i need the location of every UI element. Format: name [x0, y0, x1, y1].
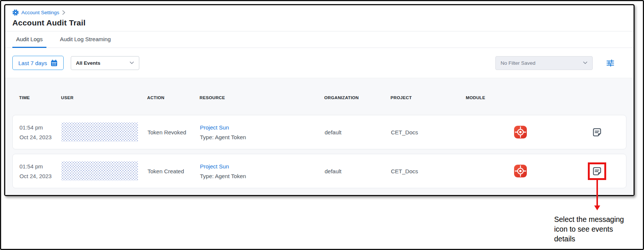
saved-filter-value: No Filter Saved	[501, 60, 535, 66]
calendar-icon	[51, 60, 58, 67]
filter-settings-button[interactable]	[606, 59, 614, 67]
tab-audit-log-streaming[interactable]: Audit Log Streaming	[56, 31, 115, 48]
user-cell	[61, 161, 148, 181]
organization-cell: default	[325, 168, 391, 174]
resource-cell: Project Sun Type: Agent Token	[200, 124, 325, 140]
project-cell: CET_Docs	[391, 129, 466, 135]
resource-link[interactable]: Project Sun	[200, 163, 325, 170]
saved-filter-dropdown[interactable]: No Filter Saved	[495, 56, 593, 70]
audit-log-table: TIME USER ACTION RESOURCE ORGANIZATION P…	[5, 78, 634, 195]
action-cell: Token Revoked	[148, 129, 200, 135]
chevron-right-icon	[62, 10, 66, 15]
table-row: 01:54 pm Oct 24, 2023 Token Revoked Proj…	[12, 115, 626, 149]
page-title: Account Audit Trail	[12, 18, 626, 27]
resource-cell: Project Sun Type: Agent Token	[200, 163, 325, 179]
chevron-down-icon	[583, 61, 587, 64]
resource-type: Type: Agent Token	[200, 134, 325, 140]
annotation-arrow-head	[594, 205, 600, 210]
chevron-down-icon	[130, 61, 134, 64]
message-note-icon[interactable]	[592, 127, 602, 137]
event-date: Oct 24, 2023	[19, 134, 61, 140]
screenshot-frame: Account Settings Account Audit Trail Aud…	[0, 0, 644, 250]
annotation-caption: Select the messaging icon to see events …	[554, 214, 644, 244]
breadcrumb-link-account-settings[interactable]: Account Settings	[21, 10, 59, 15]
events-filter-dropdown[interactable]: All Events	[71, 56, 139, 70]
annotation-arrow-line	[596, 180, 598, 206]
module-cell	[466, 125, 575, 139]
user-redacted-pattern	[61, 122, 138, 142]
column-header-resource: RESOURCE	[200, 95, 324, 100]
event-time: 01:54 pm	[19, 124, 61, 131]
resource-type: Type: Agent Token	[200, 173, 325, 179]
action-cell: Token Created	[148, 168, 200, 174]
table-header-row: TIME USER ACTION RESOURCE ORGANIZATION P…	[12, 95, 626, 100]
annotation-caption-line: icon to see events	[554, 224, 644, 234]
message-note-icon[interactable]	[592, 166, 602, 176]
event-date: Oct 24, 2023	[19, 173, 61, 179]
user-cell	[61, 122, 148, 142]
filter-bar: Last 7 days All Events	[5, 48, 634, 78]
user-redacted-pattern	[61, 161, 138, 181]
tab-audit-logs[interactable]: Audit Logs	[12, 31, 46, 48]
column-header-user: USER	[61, 95, 147, 100]
annotation-caption-line: details	[554, 234, 644, 244]
gear-icon	[12, 9, 19, 16]
annotation-caption-line: Select the messaging	[554, 214, 644, 224]
annotation-highlight-box	[588, 162, 606, 180]
details-cell	[575, 127, 619, 137]
column-header-module: MODULE	[466, 95, 574, 100]
filter-bar-right: No Filter Saved	[495, 56, 626, 70]
time-cell: 01:54 pm Oct 24, 2023	[19, 163, 61, 179]
project-cell: CET_Docs	[391, 168, 466, 174]
module-cell	[466, 164, 575, 178]
column-header-project: PROJECT	[391, 95, 466, 100]
date-range-label: Last 7 days	[18, 60, 47, 66]
column-header-organization: ORGANIZATION	[324, 95, 391, 100]
event-time: 01:54 pm	[19, 163, 61, 170]
events-filter-value: All Events	[76, 60, 100, 66]
date-range-button[interactable]: Last 7 days	[12, 56, 64, 70]
tab-bar: Audit Logs Audit Log Streaming	[5, 31, 634, 48]
column-header-time: TIME	[19, 95, 61, 100]
breadcrumb[interactable]: Account Settings	[12, 9, 626, 16]
time-cell: 01:54 pm Oct 24, 2023	[19, 124, 61, 140]
organization-cell: default	[325, 129, 391, 135]
resource-link[interactable]: Project Sun	[200, 124, 325, 131]
target-module-icon	[514, 125, 527, 139]
details-cell	[575, 162, 619, 180]
table-row: 01:54 pm Oct 24, 2023 Token Created Proj…	[12, 154, 626, 188]
page-header: Account Settings Account Audit Trail	[5, 5, 634, 31]
target-module-icon	[514, 164, 527, 178]
account-audit-trail-panel: Account Settings Account Audit Trail Aud…	[4, 4, 635, 196]
sliders-icon	[606, 59, 614, 67]
column-header-action: ACTION	[147, 95, 200, 100]
